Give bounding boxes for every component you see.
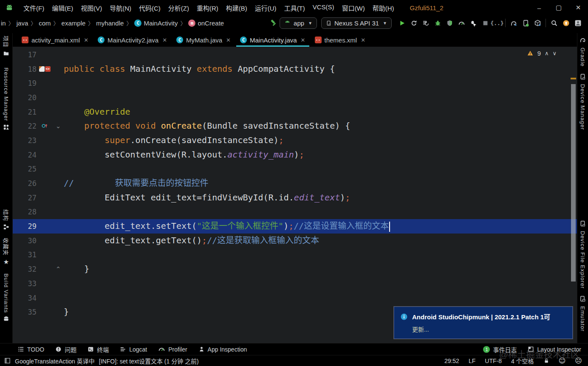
ide-update-icon[interactable] (560, 17, 572, 29)
menu-item-r[interactable]: 重构(R) (193, 2, 222, 14)
overriding-method-icon[interactable] (41, 121, 48, 131)
code-line-31[interactable]: 31 (13, 248, 577, 262)
tab-mainactivity2-java[interactable]: CMainActivity2.java✕ (93, 33, 172, 47)
stripe-item-device-file-explorer[interactable]: Device File Explorer (580, 220, 586, 289)
maximize-button[interactable]: ▢ (549, 0, 568, 15)
breadcrumb-item-com[interactable]: com (39, 20, 51, 27)
code-line-20[interactable]: 20 (13, 90, 577, 105)
update-notification[interactable]: Android StudioChipmunk | 2021.2.1 Patch … (394, 307, 573, 339)
code-line-25[interactable]: 25 (13, 162, 577, 177)
stripe-item-结构[interactable]: 结构 (2, 209, 10, 232)
stripe-item-emulator[interactable]: Emulator (580, 296, 586, 332)
tab-mymath-java[interactable]: CMyMath.java✕ (172, 33, 235, 47)
stripe-item-resource-manager[interactable]: Resource Manager (3, 68, 9, 132)
code-line-34[interactable]: 34 (13, 291, 577, 305)
tool-window-button-todo[interactable]: TODO (18, 346, 44, 353)
menu-item-e[interactable]: 编辑(E) (48, 2, 77, 14)
run-configuration-select[interactable]: app ▼ (280, 17, 317, 29)
indent-setting[interactable]: 4 个空格 (511, 357, 534, 365)
code-line-29[interactable]: 29 edit_text.setText("这是一个输入框控件");//这是设置… (13, 219, 577, 234)
rerun-activity-icon[interactable] (408, 17, 420, 29)
debug-icon[interactable] (432, 17, 444, 29)
breadcrumb-item-in[interactable]: in (1, 20, 6, 27)
tab-themes-xml[interactable]: ‹›themes.xml✕ (310, 33, 370, 47)
tab-close-icon[interactable]: ✕ (162, 37, 167, 43)
menu-item-v[interactable]: 视图(V) (77, 2, 106, 14)
menu-item-f[interactable]: 文件(F) (20, 2, 48, 14)
menu-item-u[interactable]: 运行(U) (251, 2, 280, 14)
profile-icon[interactable] (455, 17, 467, 29)
tool-window-button-profiler[interactable]: Profiler (158, 346, 187, 353)
attach-debugger-icon[interactable] (444, 17, 455, 29)
tab-close-icon[interactable]: ✕ (301, 37, 305, 43)
tool-window-button-问题[interactable]: 问题 (55, 345, 76, 354)
smile-feedback-icon[interactable]: ☺ (559, 357, 566, 365)
tab-activity-main-xml[interactable]: ‹›activity_main.xml✕ (17, 33, 93, 47)
code-line-24[interactable]: 24 setContentView(R.layout.activity_main… (13, 148, 577, 162)
warning-stripe-mark[interactable] (571, 78, 576, 79)
line-separator[interactable]: LF (469, 358, 475, 364)
breadcrumb-item-java[interactable]: java (17, 20, 28, 27)
profile-low-overhead-icon[interactable] (467, 17, 479, 29)
fold-marker[interactable]: ⌄ (53, 122, 64, 130)
code-line-22[interactable]: 22⌄ protected void onCreate(Bundle saved… (13, 119, 577, 133)
xml-gutter-icon[interactable]: <> (45, 66, 51, 72)
tool-window-button-事件日志[interactable]: 1事件日志 (483, 345, 517, 354)
breadcrumb-item-mainactivity[interactable]: CMainActivity (134, 20, 178, 27)
inspection-widget[interactable]: 9 ∧ ∨ (527, 50, 557, 57)
breadcrumb-item-example[interactable]: example (62, 20, 86, 27)
menu-item-c[interactable]: 代码(C) (135, 2, 164, 14)
file-encoding[interactable]: UTF-8 (485, 358, 502, 364)
breadcrumb-item-oncreate[interactable]: monCreate (188, 20, 224, 27)
stripe-item-收藏夹[interactable]: 收藏夹★ (2, 238, 10, 266)
user-avatar-icon[interactable] (572, 17, 584, 29)
menu-item-h[interactable]: 帮助(H) (369, 2, 398, 14)
menu-item-b[interactable]: 构建(B) (222, 2, 251, 14)
breadcrumb-item-myhandle[interactable]: myhandle (96, 20, 124, 27)
unlock-icon[interactable] (543, 358, 549, 364)
code-line-18[interactable]: 18<>public class MainActivity extends Ap… (13, 62, 577, 76)
notification-update-link[interactable]: 更新... (412, 325, 566, 333)
code-line-27[interactable]: 27 EditText edit_text=findViewById(R.id.… (13, 191, 577, 205)
tab-close-icon[interactable]: ✕ (84, 37, 88, 43)
frown-feedback-icon[interactable]: ☹ (575, 357, 582, 365)
caret-position[interactable]: 29:52 (444, 358, 459, 364)
device-select[interactable]: Nexus S API 31 ▼ (321, 17, 392, 29)
tool-window-button-layout-inspector[interactable]: Layout Inspector (528, 346, 581, 353)
scrollbar-thumb[interactable] (571, 84, 576, 282)
tool-window-button-app-inspection[interactable]: App Inspection (198, 346, 247, 353)
tool-window-button-logcat[interactable]: Logcat (120, 346, 147, 353)
code-line-26[interactable]: 26// 获取需要点击的按钮控件 (13, 176, 577, 191)
menu-item-z[interactable]: 分析(Z) (164, 2, 193, 14)
tab-close-icon[interactable]: ✕ (361, 37, 365, 43)
close-button[interactable]: ✕ (568, 0, 588, 15)
apply-code-changes-icon[interactable] (420, 17, 432, 29)
stripe-item-device-manager[interactable]: Device Manager (580, 73, 586, 130)
code-line-17[interactable]: 17 (13, 48, 577, 62)
stripe-item-gradle[interactable]: Gradle (580, 37, 586, 67)
editor-scrollbar[interactable] (571, 47, 576, 343)
tab-mainactivity-java[interactable]: CMainActivity.java✕ (235, 33, 310, 47)
run-icon[interactable] (396, 17, 408, 29)
menu-item-vcss[interactable]: VCS(S) (309, 2, 338, 14)
code-line-32[interactable]: 32⌃ } (13, 262, 577, 276)
code-line-19[interactable]: 19 (13, 76, 577, 90)
device-manager-toolbar-icon[interactable] (520, 17, 531, 29)
code-line-23[interactable]: 23 super.onCreate(savedInstanceState); (13, 133, 577, 148)
code-line-28[interactable]: 28 (13, 205, 577, 220)
next-warning-chevron-down-icon[interactable]: ∨ (552, 50, 557, 56)
stripe-item-项目[interactable]: 项目 (2, 36, 10, 58)
layout-file-gutter-icon[interactable] (39, 66, 45, 72)
code-line-33[interactable]: 33 (13, 276, 577, 291)
tab-close-icon[interactable]: ✕ (226, 37, 231, 43)
stop-icon[interactable] (479, 17, 491, 29)
menu-item-t[interactable]: 工具(T) (280, 2, 309, 14)
sdk-manager-icon[interactable] (531, 17, 543, 29)
minimize-button[interactable]: – (529, 0, 549, 15)
prev-warning-chevron-up-icon[interactable]: ∧ (545, 50, 549, 56)
build-hammer-icon[interactable] (268, 17, 280, 29)
running-devices-icon[interactable]: {..} (491, 17, 503, 29)
code-editor[interactable]: 1718<>public class MainActivity extends … (13, 47, 577, 343)
code-line-30[interactable]: 30 edit_text.getText();//这是获取输入框输入的文本 (13, 234, 577, 248)
search-everywhere-icon[interactable] (548, 17, 560, 29)
